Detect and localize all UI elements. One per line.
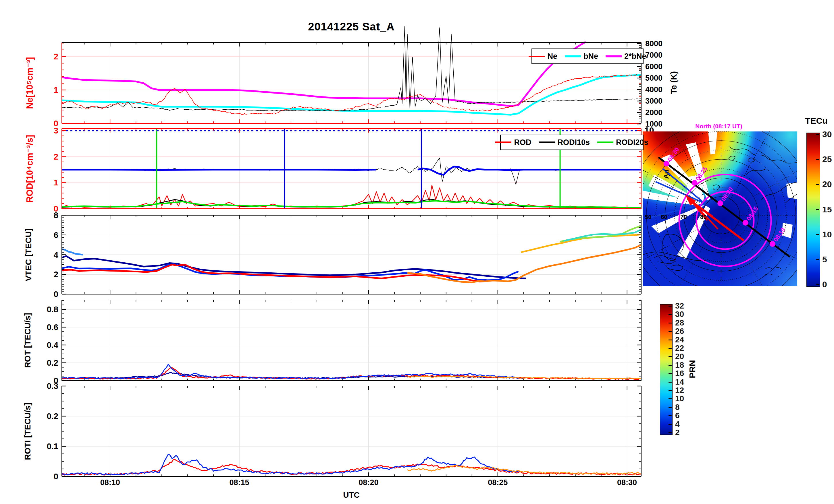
rod-legend: ROD RODI10s RODI20s [500, 135, 643, 150]
colorbar-tick [668, 323, 672, 323]
colorbar-tick [668, 407, 672, 408]
legend-entry-2bne: 2*bNe [606, 52, 646, 61]
colorbar-tick-label: 10 [822, 230, 832, 239]
colorbar-tick [668, 348, 672, 349]
station-label: Au [662, 169, 670, 179]
lat-label: 50 [645, 214, 651, 220]
series-group [62, 26, 641, 115]
series-2bNe [62, 42, 586, 106]
y-tick-label: 0.4 [47, 340, 58, 349]
x-tick-label-3: 08:25 [488, 478, 508, 487]
te-tick-label: 7000 [645, 51, 662, 60]
ne-axis-label: Ne[10⁵cm⁻³] [24, 57, 35, 109]
series-prn-orange [408, 245, 641, 282]
legend-entry-bne: bNe [565, 52, 598, 61]
colorbar-tick [816, 184, 819, 185]
rodi10s-line-swatch [539, 141, 555, 143]
te-tick-label: 5000 [645, 74, 662, 83]
legend-label: 2*bNe [624, 52, 646, 61]
legend-label: ROD [514, 138, 531, 147]
colorbar-tick [668, 415, 672, 416]
tec-map: 08:3008:2508:2008:1508:1050607080Au [643, 132, 797, 286]
y-tick-label: 0 [54, 472, 58, 481]
rod-line-swatch [495, 141, 511, 143]
colorbar-tick [668, 390, 672, 391]
te-tick-label: 4000 [645, 85, 662, 94]
te-tick-label: 3000 [645, 97, 662, 105]
prn-colorbar-axis-label: PRN [687, 360, 697, 378]
rodi20s-line-swatch [597, 141, 613, 143]
colorbar-tick [816, 159, 819, 160]
colorbar-tick [816, 134, 819, 135]
bne-line-swatch [565, 55, 581, 58]
track-time-dot [743, 220, 748, 226]
x-tick-label-0: 08:10 [100, 478, 120, 487]
colorbar-tick-label: 25 [822, 155, 832, 164]
lat-label: 70 [680, 214, 687, 220]
series-group [62, 364, 641, 380]
colorbar-tick-label: 15 [822, 205, 832, 214]
colorbar-tick-label: 32 [675, 301, 684, 311]
series-group [62, 454, 641, 476]
colorbar-tick-label: 18 [675, 361, 684, 370]
y-tick-label: 8 [54, 211, 58, 220]
y-tick-label: 2 [54, 152, 58, 161]
legend-entry-rod: ROD [495, 138, 531, 147]
y-tick-label: 2 [54, 52, 58, 61]
lat-label: 60 [661, 214, 667, 220]
colorbar-tick [816, 234, 819, 235]
figure: 20141225 Sat_A 0121000200030004000500060… [0, 0, 834, 504]
y-tick-label: 3 [54, 126, 58, 135]
legend-entry-rodi20s: RODI20s [597, 138, 649, 147]
colorbar-tick-label: 22 [675, 344, 684, 353]
ne-line-swatch [529, 56, 545, 57]
colorbar-tick [668, 365, 672, 366]
colorbar-tick-label: 30 [675, 310, 684, 319]
track-time-dot [717, 200, 723, 206]
te-tick-label: 2000 [645, 108, 662, 117]
series-bNe-bg-2 [418, 166, 641, 175]
vtec-axis-label: VTEC [TECU] [24, 228, 33, 281]
x-tick-label-1: 08:15 [229, 478, 249, 487]
y-tick-label: 0.1 [47, 442, 58, 451]
legend-label: RODI20s [616, 138, 649, 147]
y-tick-label: 0.6 [47, 323, 58, 332]
colorbar-tick-label: 20 [822, 179, 832, 189]
colorbar-tick-label: 16 [675, 369, 684, 378]
y-tick-label: 0 [54, 290, 58, 299]
colorbar-tick [668, 314, 672, 315]
series-ROD [62, 185, 641, 207]
colorbar-tick [668, 398, 672, 399]
colorbar-tick [668, 331, 672, 332]
track-time-dot [664, 161, 670, 166]
rot-axis-label: ROT [TECU/s] [23, 313, 32, 368]
colorbar-tick-label: 4 [675, 420, 680, 429]
panel-vtec: 02468 [54, 211, 641, 299]
panel-ne: 01210002000300040005000600070008000 [54, 26, 662, 128]
colorbar-tick-label: 0 [822, 279, 827, 289]
series-prn-lightblue [62, 249, 83, 255]
y-tick-label: 2 [54, 270, 58, 279]
x-axis-label: UTC [343, 490, 360, 500]
panel-roti: 00.10.20.3 [47, 382, 641, 481]
y-tick-label: 4 [54, 250, 58, 259]
colorbar-tick [816, 209, 819, 210]
colorbar-tick [668, 424, 672, 425]
roti-axis-label: ROTI [TECU/s] [23, 403, 32, 460]
colorbar-tick-label: 26 [675, 327, 684, 336]
colorbar-tick [816, 259, 819, 260]
colorbar-tick-label: 10 [675, 394, 684, 403]
tecu-colorbar-title: TECu [799, 116, 834, 126]
legend-label: Ne [547, 52, 557, 61]
colorbar-tick [816, 284, 819, 285]
colorbar-tick-label: 28 [675, 318, 684, 327]
colorbar-tick-label: 14 [675, 377, 684, 387]
colorbar-tick-label: 6 [675, 411, 680, 420]
y-tick-label: 1 [54, 178, 58, 187]
x-tick-label-4: 08:30 [617, 478, 637, 487]
y-tick-label: 0.3 [47, 382, 58, 391]
colorbar-tick-label: 8 [675, 403, 680, 412]
rod-axis-label: ROD[10⁴cm⁻³/s] [24, 135, 35, 203]
map-title: North (08:17 UT) [676, 123, 762, 130]
colorbar-tick [668, 382, 672, 383]
